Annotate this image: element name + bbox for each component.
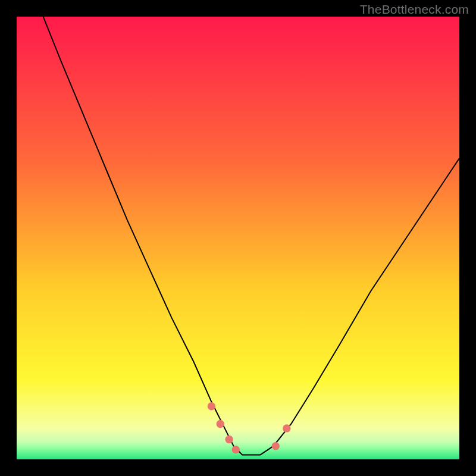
curve-marker [283,424,290,432]
curve-marker [217,420,224,428]
curve-marker [272,442,280,450]
curve-marker [225,436,233,443]
chart-plot-area [17,17,459,459]
bottleneck-line [43,17,459,455]
bottleneck-curve-svg [17,17,459,459]
curve-marker [208,402,215,410]
chart-frame: TheBottleneck.com [0,0,476,476]
curve-marker-group [208,402,291,453]
curve-marker [232,446,240,453]
attribution-label: TheBottleneck.com [360,2,469,17]
